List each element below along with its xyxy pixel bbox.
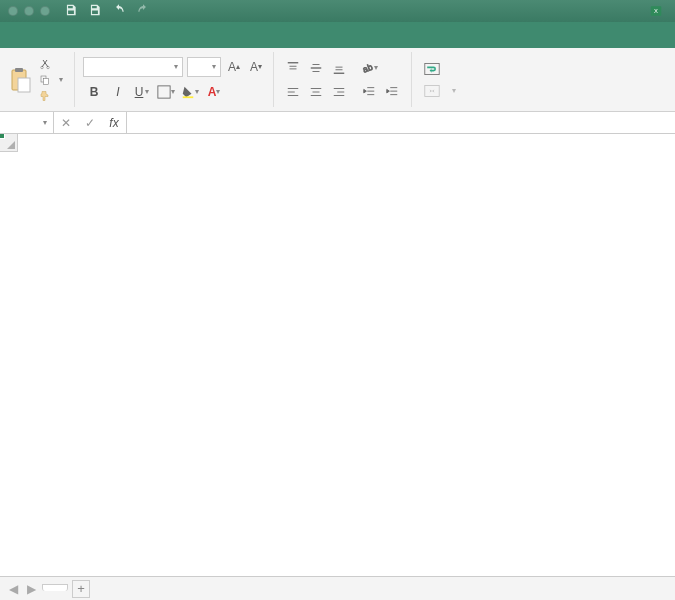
- font-family-select[interactable]: ▾: [83, 57, 183, 77]
- format-painter-button[interactable]: [36, 89, 66, 103]
- paste-button[interactable]: [8, 66, 32, 94]
- zoom-dot-icon[interactable]: [40, 6, 50, 16]
- alignment-group: ab▾: [282, 52, 412, 107]
- align-left-icon[interactable]: [282, 81, 304, 103]
- merge-center-button[interactable]: ▾: [420, 82, 460, 100]
- quick-access-toolbar: [64, 3, 150, 20]
- column-headers[interactable]: [18, 134, 675, 152]
- clipboard-group: ▾: [8, 52, 75, 107]
- copy-button[interactable]: ▾: [36, 73, 66, 87]
- redo-icon[interactable]: [136, 3, 150, 20]
- ribbon: ▾ ▾ ▾ A▴ A▾ B I U▾ ▾ ▾ A▾: [0, 48, 675, 112]
- minimize-dot-icon[interactable]: [24, 6, 34, 16]
- border-button[interactable]: ▾: [155, 81, 177, 103]
- align-middle-icon[interactable]: [305, 57, 327, 79]
- window-controls[interactable]: [8, 6, 50, 16]
- undo-icon[interactable]: [112, 3, 126, 20]
- cut-button[interactable]: [36, 57, 66, 71]
- name-box[interactable]: ▾: [0, 112, 54, 133]
- sheet-tab-active[interactable]: [42, 584, 68, 591]
- svg-text:X: X: [654, 8, 658, 14]
- svg-rect-4: [18, 78, 30, 92]
- close-dot-icon[interactable]: [8, 6, 18, 16]
- align-center-icon[interactable]: [305, 81, 327, 103]
- fill-color-button[interactable]: ▾: [179, 81, 201, 103]
- formula-input[interactable]: [127, 112, 675, 133]
- decrease-indent-icon[interactable]: [358, 81, 380, 103]
- svg-rect-36: [425, 63, 439, 74]
- cancel-formula-icon[interactable]: ✕: [54, 116, 78, 130]
- cells-area[interactable]: [18, 152, 675, 576]
- wrap-text-button[interactable]: [420, 60, 460, 78]
- formula-bar: ▾ ✕ ✓ fx: [0, 112, 675, 134]
- align-bottom-icon[interactable]: [328, 57, 350, 79]
- align-top-icon[interactable]: [282, 57, 304, 79]
- wrap-merge-group: ▾: [420, 52, 468, 107]
- sheet-nav-next-icon[interactable]: ▶: [24, 582, 38, 596]
- svg-rect-9: [158, 85, 170, 97]
- font-color-button[interactable]: A▾: [203, 81, 225, 103]
- italic-button[interactable]: I: [107, 81, 129, 103]
- svg-rect-8: [44, 78, 49, 84]
- app-badge: X: [649, 4, 667, 18]
- svg-rect-3: [15, 68, 23, 72]
- increase-font-icon[interactable]: A▴: [225, 57, 243, 77]
- sheet-nav-prev-icon[interactable]: ◀: [6, 582, 20, 596]
- spreadsheet-grid[interactable]: [0, 134, 675, 576]
- increase-indent-icon[interactable]: [381, 81, 403, 103]
- font-size-select[interactable]: ▾: [187, 57, 221, 77]
- sheet-tab-bar: ◀ ▶ +: [0, 576, 675, 600]
- underline-button[interactable]: U▾: [131, 81, 153, 103]
- orientation-icon[interactable]: ab▾: [358, 57, 380, 79]
- confirm-formula-icon[interactable]: ✓: [78, 116, 102, 130]
- svg-text:ab: ab: [361, 61, 374, 74]
- svg-rect-10: [183, 96, 194, 98]
- fx-icon[interactable]: fx: [102, 116, 126, 130]
- font-group: ▾ ▾ A▴ A▾ B I U▾ ▾ ▾ A▾: [83, 52, 274, 107]
- add-sheet-button[interactable]: +: [72, 580, 90, 598]
- bold-button[interactable]: B: [83, 81, 105, 103]
- decrease-font-icon[interactable]: A▾: [247, 57, 265, 77]
- save-icon[interactable]: [64, 3, 78, 20]
- select-all-corner[interactable]: [0, 134, 18, 152]
- save-icon-2[interactable]: [88, 3, 102, 20]
- ribbon-tabs: [0, 22, 675, 48]
- title-bar: X: [0, 0, 675, 22]
- align-right-icon[interactable]: [328, 81, 350, 103]
